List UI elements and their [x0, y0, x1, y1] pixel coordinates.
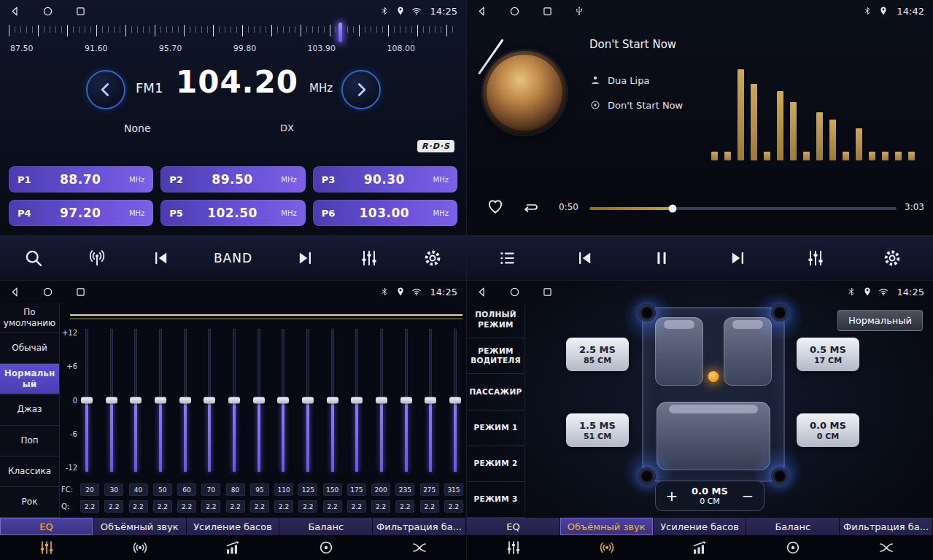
progress-track[interactable] [589, 207, 897, 210]
eq-band-slider[interactable] [449, 329, 462, 472]
audio-tab[interactable]: Усиление басов [654, 518, 747, 535]
slider-knob[interactable] [425, 397, 436, 404]
back-button[interactable] [476, 286, 488, 298]
preset-button[interactable]: P1 88.70 MHz [9, 166, 153, 192]
eq-band-slider[interactable] [350, 329, 363, 472]
next-track-button[interactable] [728, 248, 748, 268]
tab-eq-icon-button[interactable] [467, 535, 560, 560]
slider-knob[interactable] [302, 397, 314, 404]
eq-shortcut-button[interactable] [805, 248, 826, 268]
eq-band-slider[interactable] [301, 329, 314, 472]
tab-filter-icon-button[interactable] [373, 535, 466, 560]
eq-shortcut-button[interactable] [359, 248, 379, 268]
preset-button[interactable]: P2 89.50 MHz [160, 166, 305, 192]
front-right-delay-chip[interactable]: 0.5 MS 17 CM [797, 338, 859, 371]
eq-band-slider[interactable] [179, 329, 192, 472]
eq-band-slider[interactable] [105, 329, 118, 472]
frequency-ruler[interactable]: 87.5091.6095.7099.80103.90108.00 [9, 25, 457, 60]
eq-band-slider[interactable] [154, 329, 167, 472]
slider-knob[interactable] [179, 397, 191, 404]
eq-preset-item[interactable]: Обычай [0, 333, 59, 364]
back-button[interactable] [9, 286, 21, 298]
slider-knob[interactable] [400, 397, 412, 404]
seek-down-button[interactable] [86, 70, 125, 109]
eq-preset-item[interactable]: Джаз [0, 394, 59, 425]
recents-button[interactable] [541, 5, 554, 18]
slider-knob[interactable] [81, 397, 93, 404]
eq-band-slider[interactable] [400, 329, 413, 472]
eq-band-slider[interactable] [375, 329, 388, 472]
band-button[interactable]: BAND [214, 251, 252, 265]
listening-mode-item[interactable]: РЕЖИМ ВОДИТЕЛЯ [467, 338, 524, 374]
prev-station-button[interactable] [150, 248, 171, 268]
audio-tab[interactable]: Объёмный звук [560, 518, 654, 535]
slider-knob[interactable] [449, 397, 461, 404]
eq-band-slider[interactable] [424, 329, 437, 472]
settings-button[interactable] [422, 248, 443, 268]
home-button[interactable] [42, 5, 54, 18]
pause-button[interactable] [651, 248, 672, 268]
slider-knob[interactable] [155, 397, 166, 404]
slider-knob[interactable] [277, 397, 289, 404]
audio-tab[interactable]: Баланс [746, 518, 840, 535]
broadcast-button[interactable] [87, 248, 107, 268]
eq-band-slider[interactable] [80, 329, 93, 472]
repeat-button[interactable] [522, 198, 540, 216]
tab-bass-icon-button[interactable] [187, 535, 280, 560]
home-button[interactable] [508, 5, 521, 18]
progress-thumb[interactable] [668, 205, 676, 213]
eq-band-slider[interactable] [228, 329, 241, 472]
rear-right-delay-chip[interactable]: 0.0 MS 0 CM [797, 413, 859, 447]
preset-button[interactable]: P4 97.20 MHz [9, 200, 153, 226]
prev-track-button[interactable] [574, 248, 595, 268]
recents-button[interactable] [74, 286, 87, 298]
listening-mode-item[interactable]: ПОЛНЫЙ РЕЖИМ [467, 303, 524, 338]
tab-surround-icon-button[interactable] [93, 535, 187, 560]
favorite-button[interactable] [486, 197, 505, 216]
slider-knob[interactable] [204, 397, 215, 404]
listening-mode-item[interactable]: РЕЖИМ 3 [467, 482, 524, 518]
slider-knob[interactable] [130, 397, 142, 404]
slider-knob[interactable] [228, 397, 240, 404]
preset-button[interactable]: P5 102.50 MHz [160, 200, 305, 226]
eq-preset-item[interactable]: Классика [0, 456, 59, 487]
settings-button[interactable] [882, 248, 902, 268]
audio-tab[interactable]: Фильтрация ба... [373, 518, 466, 535]
listening-mode-item[interactable]: ПАССАЖИР [467, 374, 524, 410]
audio-tab[interactable]: Усиление басов [187, 518, 280, 535]
seek-up-button[interactable] [341, 70, 381, 109]
slider-knob[interactable] [351, 397, 363, 404]
preset-button[interactable]: P6 103.00 MHz [313, 200, 457, 226]
eq-preset-item[interactable]: Рок [0, 487, 59, 518]
audio-tab[interactable]: Фильтрация ба... [840, 518, 933, 535]
frequency-indicator[interactable] [338, 23, 342, 42]
next-station-button[interactable] [295, 248, 316, 268]
listening-mode-item[interactable]: РЕЖИМ 2 [467, 446, 524, 482]
scan-button[interactable] [23, 248, 44, 268]
playlist-button[interactable] [498, 248, 518, 268]
tab-surround-icon-button[interactable] [560, 535, 654, 560]
eq-preset-item[interactable]: Поп [0, 426, 59, 456]
eq-band-slider[interactable] [203, 329, 216, 472]
slider-knob[interactable] [376, 397, 387, 404]
home-button[interactable] [42, 286, 54, 298]
eq-band-slider[interactable] [326, 329, 339, 472]
eq-band-slider[interactable] [276, 329, 290, 472]
slider-knob[interactable] [106, 397, 117, 404]
slider-knob[interactable] [253, 397, 265, 404]
profile-button[interactable]: Нормальный [837, 310, 923, 331]
recents-button[interactable] [74, 5, 87, 18]
rear-left-delay-chip[interactable]: 1.5 MS 51 CM [566, 413, 629, 447]
slider-knob[interactable] [327, 397, 338, 404]
eq-band-slider[interactable] [252, 329, 266, 472]
preset-button[interactable]: P3 90.30 MHz [313, 166, 457, 192]
delay-decrease-button[interactable]: − [738, 489, 757, 503]
front-left-delay-chip[interactable]: 2.5 MS 85 CM [566, 338, 629, 371]
audio-tab[interactable]: Объёмный звук [93, 518, 187, 535]
eq-band-slider[interactable] [129, 329, 142, 472]
recents-button[interactable] [541, 286, 554, 298]
home-button[interactable] [508, 286, 521, 298]
audio-tab[interactable]: EQ [467, 518, 560, 535]
tab-filter-icon-button[interactable] [840, 535, 933, 560]
delay-increase-button[interactable]: + [662, 489, 681, 503]
